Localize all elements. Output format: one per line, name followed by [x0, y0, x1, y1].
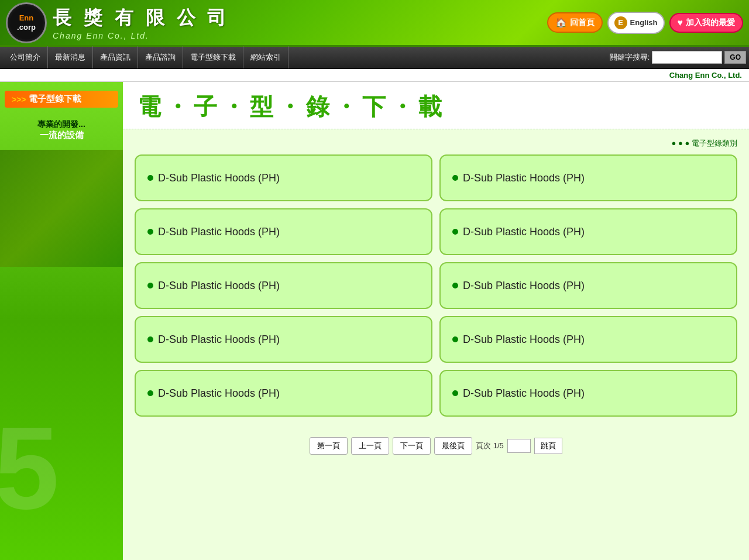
content-area: 電・子・型・錄・下・載 ● ● ● 電子型錄類別 D-Sub Plastic H… [123, 82, 749, 560]
home-label: 回首頁 [570, 18, 595, 28]
sidebar-img-placeholder [0, 150, 123, 267]
nav-item-inquiry[interactable]: 產品諮詢 [138, 46, 183, 68]
prev-page-button[interactable]: 上一頁 [351, 437, 389, 455]
logo-area: Enn.corp 長 獎 有 限 公 司 Chang Enn Co., Ltd. [6, 2, 547, 43]
item-dot [147, 283, 153, 288]
item-dot [147, 390, 153, 396]
item-label: D-Sub Plastic Hoods (PH) [158, 334, 280, 346]
company-name-cn: 長 獎 有 限 公 司 [53, 5, 229, 31]
catalog-item-2[interactable]: D-Sub Plastic Hoods (PH) [135, 208, 432, 255]
e-icon: E [614, 16, 627, 29]
company-name-area: 長 獎 有 限 公 司 Chang Enn Co., Ltd. [53, 5, 229, 40]
sidebar-description: 專業的開發... 一流的設備 [0, 119, 123, 141]
catalog-category-label: ● ● ● 電子型錄類別 [135, 138, 737, 149]
item-dot [147, 229, 153, 235]
company-tagline: Chang Enn Co., Ltd. [0, 69, 749, 82]
item-dot [452, 336, 458, 342]
sidebar-arrows: >>> [12, 95, 26, 104]
item-label: D-Sub Plastic Hoods (PH) [463, 172, 585, 184]
navbar: 公司簡介 最新消息 產品資訊 產品諮詢 電子型錄下載 網站索引 關鍵字搜尋: G… [0, 47, 749, 69]
sidebar-section-title[interactable]: >>> 電子型錄下載 [5, 91, 118, 108]
english-button[interactable]: E English [607, 12, 665, 34]
english-label: English [630, 18, 658, 27]
item-label: D-Sub Plastic Hoods (PH) [463, 226, 585, 238]
nav-item-news[interactable]: 最新消息 [48, 46, 93, 68]
heart-icon: ♥ [678, 18, 683, 28]
nav-item-about[interactable]: 公司簡介 [3, 46, 48, 68]
company-name-en: Chang Enn Co., Ltd. [53, 31, 229, 40]
item-label: D-Sub Plastic Hoods (PH) [158, 280, 280, 292]
item-dot [452, 175, 458, 181]
search-label: 關鍵字搜尋: [610, 52, 650, 63]
item-label: D-Sub Plastic Hoods (PH) [158, 387, 280, 400]
item-label: D-Sub Plastic Hoods (PH) [463, 280, 585, 292]
catalog-item-7[interactable]: D-Sub Plastic Hoods (PH) [439, 316, 737, 363]
catalog-item-3[interactable]: D-Sub Plastic Hoods (PH) [439, 208, 737, 255]
sidebar: >>> 電子型錄下載 專業的開發... 一流的設備 [0, 82, 123, 560]
item-label: D-Sub Plastic Hoods (PH) [158, 226, 280, 238]
nav-item-products[interactable]: 產品資訊 [93, 46, 138, 68]
home-icon: 🏠 [555, 17, 567, 28]
search-area: 關鍵字搜尋: GO [610, 51, 746, 64]
catalog-grid: D-Sub Plastic Hoods (PH) D-Sub Plastic H… [135, 154, 737, 417]
favorite-label: 加入我的最愛 [686, 18, 735, 28]
nav-item-sitemap[interactable]: 網站索引 [243, 46, 288, 68]
sidebar-desc-line2: 一流的設備 [0, 130, 123, 141]
content-header: 電・子・型・錄・下・載 [123, 82, 749, 129]
content-body: ● ● ● 電子型錄類別 D-Sub Plastic Hoods (PH) D-… [123, 129, 749, 425]
item-label: D-Sub Plastic Hoods (PH) [158, 172, 280, 184]
jump-button[interactable]: 跳頁 [534, 438, 562, 454]
item-dot [147, 175, 153, 181]
page-info: 頁次 1/5 [476, 441, 504, 451]
item-dot [147, 336, 153, 342]
item-dot [452, 229, 458, 235]
catalog-item-4[interactable]: D-Sub Plastic Hoods (PH) [135, 262, 432, 309]
go-button[interactable]: GO [724, 51, 746, 64]
nav-item-catalog[interactable]: 電子型錄下載 [183, 46, 243, 68]
page-title: 電・子・型・錄・下・載 [138, 91, 734, 123]
sidebar-image [0, 150, 123, 267]
favorite-button[interactable]: ♥ 加入我的最愛 [669, 13, 744, 33]
catalog-item-8[interactable]: D-Sub Plastic Hoods (PH) [135, 370, 432, 417]
item-label: D-Sub Plastic Hoods (PH) [463, 387, 585, 400]
first-page-button[interactable]: 第一頁 [310, 437, 348, 455]
home-button[interactable]: 🏠 回首頁 [547, 12, 603, 33]
next-page-button[interactable]: 下一頁 [393, 437, 431, 455]
catalog-item-1[interactable]: D-Sub Plastic Hoods (PH) [439, 154, 737, 201]
pagination: 第一頁 上一頁 下一頁 最後頁 頁次 1/5 跳頁 [123, 425, 749, 466]
logo-circle: Enn.corp [6, 2, 47, 43]
catalog-item-9[interactable]: D-Sub Plastic Hoods (PH) [439, 370, 737, 417]
page-jump-input[interactable] [507, 439, 531, 453]
item-label: D-Sub Plastic Hoods (PH) [463, 334, 585, 346]
item-dot [452, 390, 458, 396]
sidebar-section-label: 電子型錄下載 [29, 94, 81, 105]
sidebar-desc-line1: 專業的開發... [0, 119, 123, 130]
item-dot [452, 283, 458, 288]
catalog-item-0[interactable]: D-Sub Plastic Hoods (PH) [135, 154, 432, 201]
search-input[interactable] [652, 51, 722, 64]
last-page-button[interactable]: 最後頁 [434, 437, 472, 455]
catalog-item-5[interactable]: D-Sub Plastic Hoods (PH) [439, 262, 737, 309]
logo-text: Enn.corp [17, 13, 36, 32]
catalog-item-6[interactable]: D-Sub Plastic Hoods (PH) [135, 316, 432, 363]
header-nav-right: 🏠 回首頁 E English ♥ 加入我的最愛 [547, 12, 743, 34]
